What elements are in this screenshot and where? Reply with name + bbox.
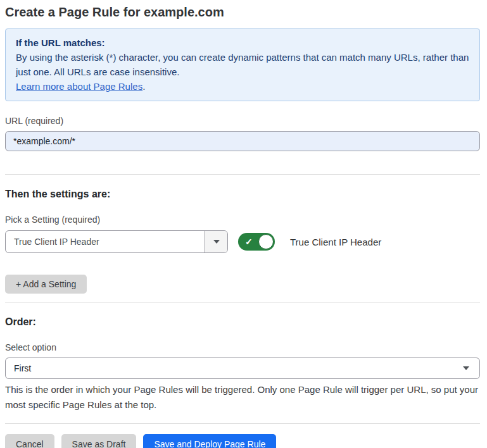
divider: [5, 174, 480, 175]
setting-picker-label: Pick a Setting (required): [5, 214, 480, 225]
order-section-heading: Order:: [5, 316, 480, 328]
setting-row: True Client IP Header ✓ True Client IP H…: [5, 230, 480, 253]
save-and-deploy-button[interactable]: Save and Deploy Page Rule: [143, 434, 276, 448]
chevron-down-icon: [213, 240, 220, 244]
order-select-dropdown[interactable]: First: [5, 358, 480, 379]
url-input[interactable]: [5, 131, 480, 151]
footer-button-row: Cancel Save as Draft Save and Deploy Pag…: [5, 434, 480, 448]
link-suffix: .: [142, 81, 145, 92]
info-box-heading: If the URL matches:: [16, 35, 469, 50]
check-icon: ✓: [245, 237, 253, 246]
page-rule-form: Create a Page Rule for example.com If th…: [0, 0, 487, 448]
page-title: Create a Page Rule for example.com: [5, 4, 480, 20]
info-box-link-line: Learn more about Page Rules.: [16, 79, 469, 94]
divider: [5, 423, 480, 424]
save-as-draft-button[interactable]: Save as Draft: [61, 434, 137, 448]
toggle-knob: [258, 234, 274, 249]
setting-picker-value: True Client IP Header: [6, 231, 205, 252]
setting-picker-arrow-button[interactable]: [205, 231, 227, 252]
divider: [5, 302, 480, 302]
setting-toggle[interactable]: ✓: [238, 233, 275, 251]
chevron-down-icon: [463, 366, 469, 370]
url-match-info-box: If the URL matches: By using the asteris…: [5, 28, 480, 101]
settings-section-heading: Then the settings are:: [5, 188, 480, 201]
order-select-value: First: [14, 363, 31, 373]
learn-more-link[interactable]: Learn more about Page Rules: [16, 81, 142, 92]
setting-picker-dropdown[interactable]: True Client IP Header: [5, 230, 228, 253]
add-setting-button[interactable]: + Add a Setting: [5, 275, 87, 294]
setting-toggle-label: True Client IP Header: [290, 237, 381, 247]
order-select-label: Select option: [5, 342, 480, 353]
info-box-body: By using the asterisk (*) character, you…: [16, 50, 469, 79]
cancel-button[interactable]: Cancel: [5, 434, 54, 448]
order-help-text: This is the order in which your Page Rul…: [5, 382, 480, 413]
url-field-label: URL (required): [5, 115, 480, 127]
